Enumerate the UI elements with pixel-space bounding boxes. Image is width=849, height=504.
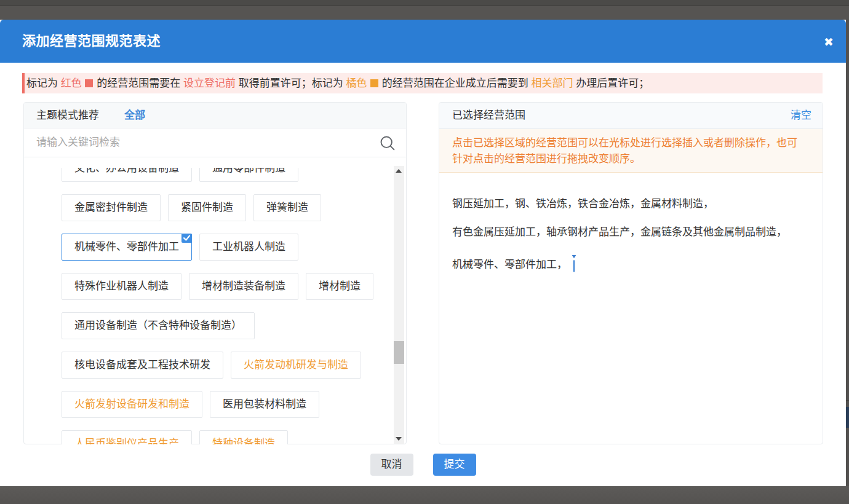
tag-button[interactable]: 文化、办公用设备制造 [62,168,192,182]
scope-catalog-panel: 主题模式推荐 全部 文化、办公用设备制造通用零部件制造金属密封件制造紧固件制造弹… [23,102,407,444]
tag-button[interactable]: 人民币鉴别仪产品生产 [62,430,192,444]
search-input[interactable] [36,128,369,157]
tag-button[interactable]: 金属密封件制造 [62,194,161,221]
drag-hint-line: 点击已选择区域的经营范围可以在光标处进行选择插入或者删除操作，也可 [452,135,810,151]
selected-scope-line[interactable]: 机械零件、零部件加工， [452,255,810,275]
selected-scope-text: 机械零件、零部件加工， [452,259,567,270]
alert-text-segment: 的经营范围需要在 [94,77,183,89]
tag-button[interactable]: 机械零件、零部件加工 [62,234,192,261]
scrollbar-thumb[interactable] [394,341,404,364]
alert-text-segment: 相关部门 [532,77,573,89]
selected-scope-editor[interactable]: 钢压延加工，钢、铁冶炼，铁合金冶炼，金属材料制造，有色金属压延加工，轴承钢材产品… [439,173,823,444]
cancel-button[interactable]: 取消 [370,454,413,476]
tag-row: 特殊作业机器人制造增材制造装备制造增材制造 [62,273,392,300]
alert-text-segment: 的经营范围在企业成立后需要到 [379,77,531,89]
tag-row: 文化、办公用设备制造通用零部件制造 [62,168,392,182]
alert-text-segment [82,77,85,89]
tag-button[interactable]: 增材制造装备制造 [189,273,298,300]
dimmed-page-right [846,20,849,486]
selected-scope-text: 钢压延加工，钢、铁冶炼，铁合金冶炼，金属材料制造， [452,198,714,210]
selected-scope-line[interactable]: 钢压延加工，钢、铁冶炼，铁合金冶炼，金属材料制造， [452,199,810,210]
drag-hint-line: 针对点击的经营范围进行拖拽改变顺序。 [452,151,810,167]
alert-text-segment: 设立登记前 [183,77,236,89]
alert-text-segment [367,77,370,89]
alert-text-segment: 红色 [61,77,82,89]
tag-button[interactable]: 特殊作业机器人制造 [62,273,181,300]
tab-all[interactable]: 全部 [124,103,145,128]
dimmed-page-top [0,0,849,20]
text-cursor-icon [572,255,576,275]
tag-button[interactable]: 工业机器人制造 [199,234,298,261]
tag-button[interactable]: 通用零部件制造 [199,168,298,182]
alert-text-segment: 橘色 [346,77,367,89]
tag-button[interactable]: 弹簧制造 [253,194,321,221]
dimmed-page-bottom [0,486,849,504]
tag-button[interactable]: 特种设备制造 [199,430,288,444]
dialog-title: 添加经营范围规范表述 [22,20,161,63]
orange-square-icon [370,79,378,87]
drag-hint-notice: 点击已选择区域的经营范围可以在光标处进行选择插入或者删除操作，也可针对点击的经营… [439,129,823,173]
license-legend-alert: 标记为 红色 的经营范围需要在 设立登记前 取得前置许可；标记为 橘色 的经营范… [22,73,823,93]
tag-button[interactable]: 火箭发动机研发与制造 [231,352,361,379]
selected-scope-text: 有色金属压延加工，轴承钢材产品生产，金属链条及其他金属制品制造， [452,226,787,238]
tag-button[interactable]: 医用包装材料制造 [210,391,319,418]
tag-row: 机械零件、零部件加工 工业机器人制造 [62,234,392,261]
selected-check-icon [181,234,192,243]
selected-scope-header: 已选择经营范围 清空 [439,103,823,129]
tag-row: 核电设备成套及工程技术研发火箭发动机研发与制造 [62,352,392,379]
tag-button[interactable]: 核电设备成套及工程技术研发 [62,352,223,379]
tag-button[interactable]: 通用设备制造（不含特种设备制造） [62,312,255,339]
alert-text-segment: 标记为 [26,77,61,89]
search-icon[interactable] [380,136,395,151]
dialog-header: 添加经营范围规范表述 ✖ [0,20,846,63]
alert-text-segment: 办理后置许可； [573,77,650,89]
tab-theme-recommend[interactable]: 主题模式推荐 [36,103,99,128]
dimmed-page-top-band [0,0,849,6]
keyword-search-bar [24,128,406,157]
tag-list-scrollbar[interactable] [394,166,404,444]
tag-button[interactable]: 火箭发射设备研发和制造 [62,391,202,418]
clear-all-link[interactable]: 清空 [791,103,811,128]
page: 添加经营范围规范表述 ✖ 标记为 红色 的经营范围需要在 设立登记前 取得前置许… [0,0,849,504]
dimmed-page-right-button-fragment [846,407,849,428]
tag-button[interactable]: 增材制造 [306,273,373,300]
close-icon[interactable]: ✖ [824,21,834,64]
add-business-scope-dialog: 添加经营范围规范表述 ✖ 标记为 红色 的经营范围需要在 设立登记前 取得前置许… [0,20,846,486]
scroll-down-icon[interactable] [394,433,404,444]
selected-scope-line[interactable]: 有色金属压延加工，轴承钢材产品生产，金属链条及其他金属制品制造， [452,227,810,238]
alert-text-segment: 取得前置许可；标记为 [236,77,346,89]
red-square-icon [85,79,93,87]
tag-row: 通用设备制造（不含特种设备制造） [62,312,392,339]
scroll-up-icon[interactable] [394,166,404,176]
tag-list: 文化、办公用设备制造通用零部件制造金属密封件制造紧固件制造弹簧制造机械零件、零部… [62,168,392,444]
catalog-tabs: 主题模式推荐 全部 [24,103,406,128]
tag-row: 金属密封件制造紧固件制造弹簧制造 [62,194,392,221]
tag-row: 人民币鉴别仪产品生产特种设备制造 [62,430,392,444]
tag-row: 火箭发射设备研发和制造医用包装材料制造 [62,391,392,418]
submit-button[interactable]: 提交 [433,454,476,476]
selected-scope-panel: 已选择经营范围 清空 点击已选择区域的经营范围可以在光标处进行选择插入或者删除操… [439,102,823,444]
dialog-footer: 取消 提交 [0,454,846,476]
dimmed-page-right-divider [846,400,849,401]
tag-list-viewport: 文化、办公用设备制造通用零部件制造金属密封件制造紧固件制造弹簧制造机械零件、零部… [24,168,392,444]
dimmed-page-top-divider [0,6,849,6]
selected-scope-title: 已选择经营范围 [452,103,525,128]
tag-button[interactable]: 紧固件制造 [168,194,246,221]
